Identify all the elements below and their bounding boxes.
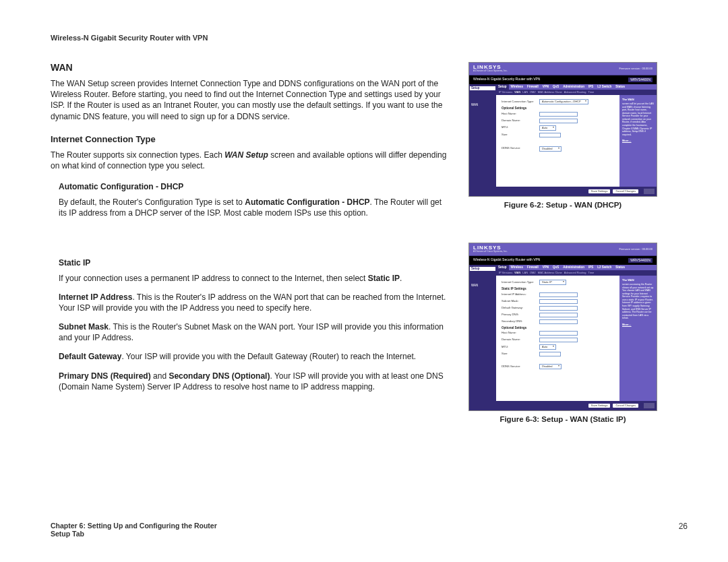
figure-6-3: LINKSYS A Division of Cisco Systems, Inc… [468,243,657,423]
page-number: 26 [679,522,688,538]
para-ict: The Router supports six connection types… [51,150,448,171]
cisco-logo-icon [644,189,655,194]
fig2-thumb: LINKSYS A Division of Cisco Systems, Inc… [468,243,657,411]
fig1-ict-select: Automatic Configuration - DHCP [539,99,588,104]
fig1-save-button: Save Settings [588,189,611,193]
para-static-intro: If your connection uses a permanent IP a… [59,273,448,284]
figure-column: LINKSYS A Division of Cisco Systems, Inc… [468,62,657,437]
fig1-size-input [539,133,561,137]
fig1-tabs: Setup Wireless Firewall VPN QoS Administ… [496,84,657,90]
heading-dhcp: Automatic Configuration - DHCP [59,182,448,191]
fig1-thumb: LINKSYS A Division of Cisco Systems, Inc… [468,62,657,197]
fig1-mtu-select: Auto [539,125,556,131]
fig2-caption: Figure 6-3: Setup - WAN (Static IP) [468,415,657,423]
fig1-host-input [539,112,578,117]
heading-wan: WAN [51,62,448,73]
fig2-ict-select: Static IP [539,280,566,285]
para-default-gateway: Default Gateway. Your ISP will provide y… [59,351,448,362]
cisco-logo-icon [644,403,655,408]
fig1-domain-input [539,119,578,123]
fig2-save-button: Save Settings [588,404,611,408]
para-wan: The WAN Setup screen provides Internet C… [51,78,448,122]
fig2-cancel-button: Cancel Changes [613,404,638,408]
page-footer: Chapter 6: Setting Up and Configuring th… [51,522,688,538]
para-internet-ip: Internet IP Address. This is the Router'… [59,292,448,313]
doc-header: Wireless-N Gigabit Security Router with … [51,34,688,42]
main-text-column: WAN The WAN Setup screen provides Intern… [51,62,448,437]
para-subnet-mask: Subnet Mask. This is the Router's Subnet… [59,321,448,343]
para-dhcp: By default, the Router's Configuration T… [59,197,448,218]
fig1-ddns-select: Disabled [539,146,562,152]
fig1-caption: Figure 6-2: Setup - WAN (DHCP) [468,201,657,209]
heading-ict: Internet Connection Type [51,134,448,144]
para-dns: Primary DNS (Required) and Secondary DNS… [59,371,448,392]
figure-6-2: LINKSYS A Division of Cisco Systems, Inc… [468,62,657,209]
fig1-cancel-button: Cancel Changes [613,189,638,193]
heading-static: Static IP [59,258,448,268]
